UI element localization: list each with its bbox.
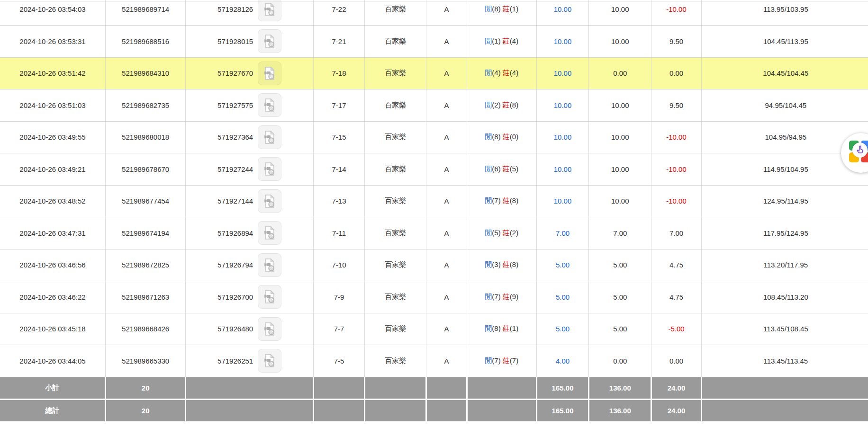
- bet-history-screen: 2024-10-26 03:54:03521989689714571928126…: [0, 0, 868, 427]
- table-name-cell: A: [426, 89, 467, 122]
- video-replay-button[interactable]: [258, 0, 281, 21]
- bet-amount-link[interactable]: 10.00: [554, 69, 572, 77]
- round-cell: 7-22: [313, 0, 364, 26]
- table-name-cell: A: [426, 345, 467, 377]
- round-cell: 7-5: [313, 345, 364, 377]
- time-cell: 2024-10-26 03:47:31: [0, 217, 105, 249]
- valid-amount-cell: 7.00: [589, 217, 651, 249]
- video-replay-button[interactable]: [258, 29, 281, 53]
- valid-amount-cell: 10.00: [589, 121, 651, 153]
- result-cell: 閒(4) 莊(4): [467, 57, 536, 89]
- game-name-cell: 百家樂: [365, 249, 426, 281]
- video-replay-icon: [262, 321, 277, 337]
- balance-cell: 113.95/103.95: [701, 0, 868, 26]
- bet-amount-link[interactable]: 10.00: [554, 5, 572, 13]
- bet-amount-cell: 10.00: [536, 26, 588, 58]
- bet-amount-link[interactable]: 7.00: [556, 229, 570, 237]
- total-row: 總計20165.00136.0024.00: [0, 399, 868, 421]
- banker-score: (8): [510, 196, 518, 205]
- round-cell: 7-14: [313, 153, 364, 186]
- result-cell: 閒(6) 莊(5): [467, 153, 536, 186]
- player-score: (8): [492, 5, 500, 13]
- video-replay-button[interactable]: [258, 221, 281, 245]
- game-id: 571926251: [217, 357, 253, 365]
- table-row: 2024-10-26 03:54:03521989689714571928126…: [0, 0, 868, 26]
- banker-label: 莊: [503, 165, 510, 173]
- round-cell: 7-10: [313, 249, 364, 281]
- result-cell: 閒(8) 莊(0): [467, 121, 536, 153]
- video-replay-icon: [262, 34, 277, 49]
- game-id: 571927364: [217, 133, 253, 141]
- time-cell: 2024-10-26 03:45:18: [0, 313, 105, 345]
- bet-amount-link[interactable]: 4.00: [556, 357, 570, 365]
- video-replay-button[interactable]: [258, 62, 281, 85]
- player-score: (7): [492, 196, 500, 205]
- bet-amount-cell: 10.00: [536, 0, 588, 26]
- round-cell: 7-13: [313, 185, 364, 217]
- video-replay-icon: [262, 161, 277, 177]
- bet-amount-link[interactable]: 10.00: [554, 197, 572, 205]
- table-row: 2024-10-26 03:45:18521989668426571926480…: [0, 313, 868, 345]
- win-loss-cell: 9.50: [651, 26, 701, 58]
- banker-score: (1): [510, 5, 518, 13]
- valid-amount-cell: 10.00: [589, 26, 651, 58]
- bet-amount-link[interactable]: 10.00: [554, 165, 572, 173]
- video-replay-button[interactable]: [258, 93, 281, 117]
- bet-amount-link[interactable]: 10.00: [554, 133, 572, 141]
- video-replay-button[interactable]: [258, 253, 281, 277]
- bet-amount-link[interactable]: 5.00: [556, 261, 570, 269]
- summary-label-cell: 小計: [0, 377, 105, 399]
- player-label: 閒: [485, 101, 492, 109]
- video-replay-button[interactable]: [258, 157, 281, 181]
- game-id-cell: 571926251: [186, 345, 314, 377]
- game-name-cell: 百家樂: [365, 281, 426, 313]
- summary-empty-cell: [426, 399, 467, 421]
- summary-empty-cell: [365, 399, 426, 421]
- summary-empty-cell: [467, 399, 536, 421]
- bet-amount-link[interactable]: 10.00: [554, 37, 572, 45]
- bet-id-cell: 521989688516: [105, 26, 185, 58]
- time-cell: 2024-10-26 03:53:31: [0, 26, 105, 58]
- bet-amount-link[interactable]: 5.00: [556, 293, 570, 301]
- table-name-cell: A: [426, 0, 467, 26]
- video-replay-button[interactable]: [258, 349, 281, 373]
- time-cell: 2024-10-26 03:48:52: [0, 185, 105, 217]
- video-replay-button[interactable]: [258, 285, 281, 309]
- player-score: (1): [492, 37, 500, 45]
- summary-count-cell: 20: [105, 377, 185, 399]
- video-replay-icon: [262, 353, 277, 368]
- game-id-cell: 571928015: [186, 26, 314, 58]
- game-name-cell: 百家樂: [365, 0, 426, 26]
- win-loss-cell: -10.00: [651, 153, 701, 186]
- balance-cell: 104.45/113.95: [701, 26, 868, 58]
- banker-label: 莊: [503, 101, 510, 109]
- bet-amount-cell: 5.00: [536, 281, 588, 313]
- summary-bet-cell: 165.00: [536, 377, 588, 399]
- game-id: 571926794: [217, 261, 253, 269]
- bet-amount-link[interactable]: 10.00: [554, 101, 572, 109]
- valid-amount-cell: 5.00: [589, 249, 651, 281]
- bet-id-cell: 521989682735: [105, 89, 185, 122]
- win-loss-cell: -5.00: [651, 313, 701, 345]
- video-replay-button[interactable]: [258, 189, 281, 213]
- bet-amount-cell: 10.00: [536, 185, 588, 217]
- player-label: 閒: [485, 5, 492, 13]
- time-cell: 2024-10-26 03:49:21: [0, 153, 105, 186]
- banker-score: (8): [510, 260, 518, 268]
- video-replay-button[interactable]: [258, 125, 281, 149]
- round-cell: 7-7: [313, 313, 364, 345]
- game-id-cell: 571926894: [186, 217, 314, 249]
- balance-cell: 94.95/104.45: [701, 89, 868, 122]
- player-score: (8): [492, 324, 500, 332]
- player-score: (2): [492, 101, 500, 109]
- game-id-cell: 571926700: [186, 281, 314, 313]
- video-replay-button[interactable]: [258, 317, 281, 341]
- game-id: 571927244: [217, 165, 253, 173]
- bet-id-cell: 521989672825: [105, 249, 185, 281]
- player-label: 閒: [485, 165, 492, 173]
- win-loss-cell: 0.00: [651, 345, 701, 377]
- video-replay-icon: [262, 225, 277, 240]
- banker-score: (2): [510, 229, 518, 237]
- video-replay-icon: [262, 2, 277, 17]
- bet-amount-link[interactable]: 5.00: [556, 325, 570, 333]
